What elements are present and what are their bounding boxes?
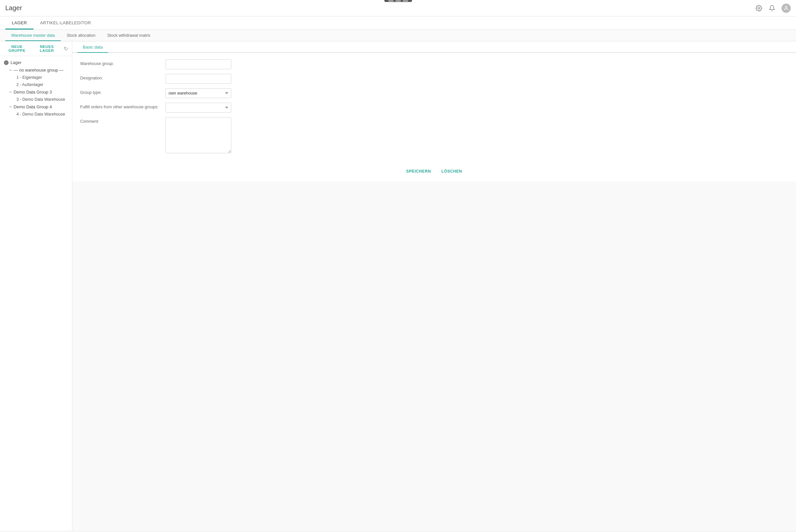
svg-point-1 xyxy=(785,6,787,8)
form-row-group-type: Group type: own warehouse external wareh… xyxy=(80,88,788,98)
settings-icon[interactable] xyxy=(755,5,762,12)
group4-label: Demo Data Group 4 xyxy=(14,104,52,109)
sub-tabs: Warehouse master data Stock allocation S… xyxy=(0,30,796,41)
tree-group-3[interactable]: − Demo Data Group 3 xyxy=(0,88,72,96)
collapse-group4-icon: − xyxy=(9,104,12,109)
app-title: Lager xyxy=(5,4,22,12)
tab-artikel[interactable]: ARTIKEL-LABELEDITOR xyxy=(34,16,97,30)
tree-item-4[interactable]: 4 - Demo Data Warehouse xyxy=(0,111,72,118)
save-button[interactable]: SPEICHERN xyxy=(403,168,433,175)
sidebar-actions: NEUE GRUPPE NEUES LAGER ↻ xyxy=(0,41,72,56)
delete-button[interactable]: LÖSCHEN xyxy=(439,168,465,175)
neues-lager-button[interactable]: NEUES LAGER xyxy=(34,45,60,53)
sidebar: NEUE GRUPPE NEUES LAGER ↻ − Lager − — no… xyxy=(0,41,72,531)
form-body: Warehouse group: Designation: Group type… xyxy=(72,53,796,165)
tree-item-3[interactable]: 3 - Demo Data Warehouse xyxy=(0,96,72,103)
comment-label: Comment: xyxy=(80,117,166,124)
subtab-master[interactable]: Warehouse master data xyxy=(5,30,61,41)
user-avatar[interactable] xyxy=(781,4,791,13)
neue-gruppe-button[interactable]: NEUE GRUPPE xyxy=(4,45,30,53)
top-tabs: LAGER ARTIKEL-LABELEDITOR xyxy=(0,16,796,30)
svg-point-0 xyxy=(758,7,760,9)
designation-input[interactable] xyxy=(166,74,231,84)
tree-item-1[interactable]: 1 - Eigenlager xyxy=(0,74,72,81)
fulfill-orders-select[interactable] xyxy=(166,103,231,113)
form-row-warehouse-group: Warehouse group: xyxy=(80,59,788,69)
designation-label: Designation: xyxy=(80,74,166,80)
collapse-root-icon: − xyxy=(4,60,8,65)
form-tabs: Basic data xyxy=(72,41,796,53)
main-layout: NEUE GRUPPE NEUES LAGER ↻ − Lager − — no… xyxy=(0,41,796,531)
subtab-allocation[interactable]: Stock allocation xyxy=(61,30,102,41)
comment-textarea[interactable] xyxy=(166,117,231,153)
bell-icon[interactable] xyxy=(768,5,776,12)
subtab-withdrawal[interactable]: Stock withdrawal matrix xyxy=(102,30,156,41)
form-row-comment: Comment: xyxy=(80,117,788,153)
form-row-fulfill-orders: Fulfill orders from other warehouse grou… xyxy=(80,103,788,113)
tab-lager[interactable]: LAGER xyxy=(5,16,34,30)
tree: − Lager − — no warehouse group — 1 - Eig… xyxy=(0,56,72,120)
warehouse-group-input[interactable] xyxy=(166,59,231,69)
tree-group-no-warehouse[interactable]: − — no warehouse group — xyxy=(0,66,72,74)
form-tab-basic[interactable]: Basic data xyxy=(77,41,108,53)
header: Lager xyxy=(0,0,796,16)
tree-root-label: Lager xyxy=(11,60,21,65)
tree-group-4[interactable]: − Demo Data Group 4 xyxy=(0,103,72,111)
fulfill-orders-label: Fulfill orders from other warehouse grou… xyxy=(80,103,166,109)
group-type-label: Group type: xyxy=(80,88,166,95)
form-actions: SPEICHERN LÖSCHEN xyxy=(72,165,796,182)
header-icons xyxy=(755,4,791,13)
tree-item-2[interactable]: 2 - Außenlager xyxy=(0,81,72,88)
refresh-icon[interactable]: ↻ xyxy=(64,45,68,52)
warehouse-group-label: Warehouse group: xyxy=(80,59,166,66)
group3-label: Demo Data Group 3 xyxy=(14,90,52,95)
tree-root[interactable]: − Lager xyxy=(0,59,72,66)
menu-bar[interactable] xyxy=(384,0,412,2)
form-row-designation: Designation: xyxy=(80,74,788,84)
group-no-warehouse-label: — no warehouse group — xyxy=(14,68,64,73)
content-area: Basic data Warehouse group: Designation:… xyxy=(72,41,796,531)
collapse-group3-icon: − xyxy=(9,90,12,95)
collapse-group-icon: − xyxy=(9,68,12,73)
group-type-select[interactable]: own warehouse external warehouse virtual… xyxy=(166,88,231,98)
form-panel: Basic data Warehouse group: Designation:… xyxy=(72,41,796,182)
